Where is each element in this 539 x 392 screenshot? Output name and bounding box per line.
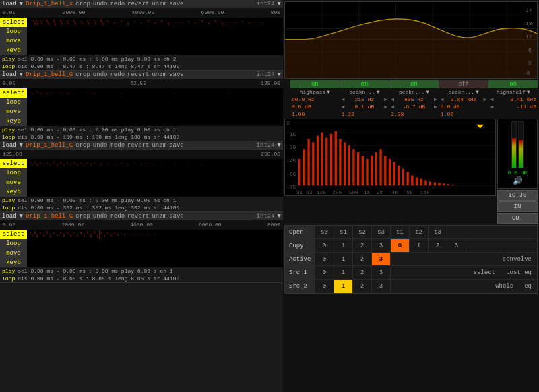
- io-out-btn[interactable]: OUT: [497, 213, 538, 224]
- track-4-save[interactable]: save: [169, 213, 184, 220]
- track-3-format-arrow[interactable]: ▼: [278, 142, 281, 149]
- track-4-waveform[interactable]: [27, 230, 283, 239]
- track-4-move-btn[interactable]: move: [0, 249, 27, 258]
- track-1-revert[interactable]: revert: [127, 1, 149, 7]
- eq-band-2-toggle[interactable]: on: [340, 80, 389, 88]
- grid-active-2[interactable]: 2: [353, 253, 372, 265]
- grid-src2-1[interactable]: 1: [334, 280, 353, 293]
- track-1-unzm[interactable]: unzm: [152, 1, 166, 7]
- track-1-save[interactable]: save: [169, 1, 184, 7]
- speaker-icon[interactable]: 🔊: [513, 176, 523, 186]
- track-3-move-btn[interactable]: move: [0, 178, 27, 187]
- track-2-unzm[interactable]: unzm: [152, 71, 166, 78]
- grid-src1-posteq[interactable]: post eq: [501, 268, 537, 277]
- grid-copy-6[interactable]: 2: [429, 239, 447, 252]
- eq-band-1-gain[interactable]: 0.0 dB: [290, 103, 340, 110]
- eq-band-2-gain[interactable]: ◀ 8.1 dB ▶: [340, 103, 389, 110]
- track-1-loop-btn[interactable]: loop: [0, 27, 27, 36]
- grid-src1-select[interactable]: select: [468, 268, 501, 277]
- grid-open-s2[interactable]: s2: [353, 226, 372, 238]
- grid-copy-1[interactable]: 1: [334, 239, 353, 252]
- track-3-undo[interactable]: undo: [93, 142, 108, 149]
- track-4-revert[interactable]: revert: [127, 213, 149, 220]
- track-3-arrow[interactable]: ▼: [20, 142, 23, 149]
- grid-src1-2[interactable]: 2: [353, 266, 372, 279]
- track-3-redo[interactable]: redo: [110, 142, 125, 149]
- track-4-load[interactable]: load: [2, 213, 17, 220]
- track-4-loop-btn[interactable]: loop: [0, 239, 27, 249]
- track-1-arrow[interactable]: ▼: [20, 1, 23, 7]
- eq-band-3-freq[interactable]: ◀ 805 Hz ▶: [389, 96, 439, 103]
- grid-src2-whole[interactable]: whole: [490, 282, 519, 291]
- eq-band-5-toggle[interactable]: on: [488, 80, 538, 88]
- track-1-redo[interactable]: redo: [110, 1, 125, 7]
- track-4-undo[interactable]: undo: [93, 213, 108, 220]
- track-2-waveform[interactable]: [27, 88, 283, 98]
- grid-open-s3[interactable]: s3: [372, 226, 391, 238]
- grid-active-0[interactable]: 0: [315, 253, 334, 265]
- grid-src1-3[interactable]: 3: [372, 266, 391, 279]
- eq-band-3-toggle[interactable]: on: [389, 80, 439, 88]
- io-js-btn[interactable]: IO JS: [497, 190, 538, 201]
- eq-band-4-freq[interactable]: ◀ 3.84 kHz ▶: [439, 96, 488, 103]
- grid-active-1[interactable]: 1: [334, 253, 353, 265]
- eq-band-2-freq[interactable]: ◀ 215 Hz ▶: [340, 96, 389, 103]
- eq-band-2-type[interactable]: peakn... ▼: [340, 88, 389, 96]
- track-4-crop[interactable]: crop: [75, 213, 90, 220]
- track-2-load[interactable]: load: [2, 71, 17, 78]
- track-3-load[interactable]: load: [2, 142, 17, 149]
- track-1-waveform[interactable]: [27, 18, 283, 27]
- track-3-keyb-btn[interactable]: keyb: [0, 187, 27, 197]
- grid-copy-4[interactable]: 0: [391, 239, 410, 252]
- track-3-save[interactable]: save: [169, 142, 184, 149]
- eq-band-5-freq[interactable]: ◀ 3.41 kHz: [488, 96, 538, 103]
- track-4-select-btn[interactable]: select: [0, 230, 27, 239]
- grid-active-3[interactable]: 3: [372, 253, 391, 265]
- eq-band-4-type[interactable]: peakn... ▼: [439, 88, 488, 96]
- track-2-format-arrow[interactable]: ▼: [278, 71, 281, 78]
- track-1-load[interactable]: load: [2, 1, 17, 7]
- track-1-format-arrow[interactable]: ▼: [278, 1, 281, 7]
- track-3-loop-btn[interactable]: loop: [0, 168, 27, 178]
- track-1-keyb-btn[interactable]: keyb: [0, 46, 27, 55]
- grid-open-t1[interactable]: t1: [391, 226, 410, 238]
- eq-band-1-freq[interactable]: 60.0 Hz: [290, 96, 340, 103]
- eq-band-5-q[interactable]: [488, 110, 538, 112]
- grid-src2-0[interactable]: 0: [315, 280, 334, 293]
- grid-open-t2[interactable]: t2: [410, 226, 429, 238]
- grid-copy-2[interactable]: 2: [353, 239, 372, 252]
- track-2-undo[interactable]: undo: [93, 71, 108, 78]
- grid-src2-2[interactable]: 2: [353, 280, 372, 293]
- grid-src1-1[interactable]: 1: [334, 266, 353, 279]
- grid-src2-eq[interactable]: eq: [519, 282, 537, 291]
- eq-band-2-q[interactable]: 1.32: [340, 110, 389, 118]
- eq-band-4-toggle[interactable]: off: [439, 80, 488, 88]
- eq-band-5-gain[interactable]: ◀ -11 dB: [488, 103, 538, 110]
- track-4-arrow[interactable]: ▼: [20, 213, 23, 220]
- track-2-save[interactable]: save: [169, 71, 184, 78]
- eq-band-1-type[interactable]: highpass ▼: [290, 88, 340, 96]
- track-4-keyb-btn[interactable]: keyb: [0, 258, 27, 267]
- track-2-arrow[interactable]: ▼: [20, 71, 23, 78]
- track-4-redo[interactable]: redo: [110, 213, 125, 220]
- grid-src2-3[interactable]: 3: [372, 280, 391, 293]
- eq-band-4-gain[interactable]: 0.0 dB: [439, 103, 488, 110]
- eq-band-4-q[interactable]: 1.00: [439, 110, 488, 118]
- track-1-select-btn[interactable]: select: [0, 18, 27, 27]
- track-2-redo[interactable]: redo: [110, 71, 125, 78]
- track-1-move-btn[interactable]: move: [0, 36, 27, 46]
- track-3-waveform[interactable]: [27, 159, 283, 168]
- track-3-revert[interactable]: revert: [127, 142, 149, 149]
- track-2-revert[interactable]: revert: [127, 71, 149, 78]
- track-3-select-btn[interactable]: select: [0, 159, 27, 168]
- track-3-unzm[interactable]: unzm: [152, 142, 166, 149]
- grid-src1-0[interactable]: 0: [315, 266, 334, 279]
- grid-copy-5[interactable]: 1: [410, 239, 429, 252]
- track-3-crop[interactable]: crop: [75, 142, 90, 149]
- track-2-crop[interactable]: crop: [75, 71, 90, 78]
- grid-open-t3[interactable]: t3: [429, 226, 447, 238]
- grid-copy-3[interactable]: 3: [372, 239, 391, 252]
- grid-copy-0[interactable]: 0: [315, 239, 334, 252]
- eq-band-1-q[interactable]: 1.00: [290, 110, 340, 118]
- eq-band-5-type[interactable]: highshelf ▼: [488, 88, 538, 96]
